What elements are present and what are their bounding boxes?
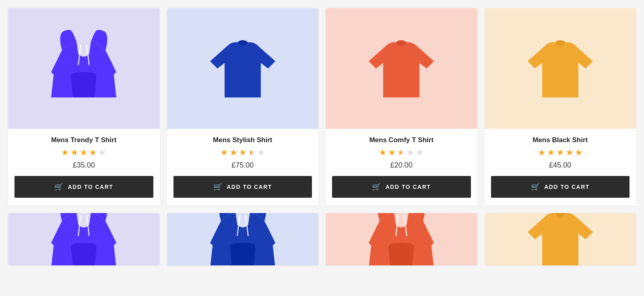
star-empty: ★ — [98, 147, 106, 158]
star-full: ★ — [70, 147, 78, 158]
product-stars-comfy-tshirt: ★★ ★ ★ ★★ — [332, 147, 471, 158]
product-price-comfy-tshirt: £20.00 — [332, 161, 471, 170]
product-image-partial-trendy-tshirt-2 — [8, 213, 160, 265]
product-image-black-shirt — [485, 8, 636, 129]
star-full: ★ — [566, 147, 574, 158]
product-card-row2-comfy-tshirt-2 — [326, 213, 477, 265]
product-info-stylish-shirt: Mens Stylish Shirt ★★★ ★ ★ ★ £75.00 🛒 AD… — [167, 129, 319, 206]
star-empty: ★ — [257, 147, 265, 158]
star-full: ★ — [239, 147, 247, 158]
star-full: ★ — [388, 147, 396, 158]
product-image-partial-stylish-shirt-2 — [167, 213, 319, 265]
product-name-trendy-tshirt: Mens Trendy T Shirt — [14, 136, 153, 144]
add-to-cart-label-black-shirt: ADD TO CART — [544, 184, 590, 190]
star-empty: ★ — [416, 147, 424, 158]
product-image-partial-comfy-tshirt-2 — [326, 213, 477, 265]
product-stars-black-shirt: ★★★★★ — [491, 147, 630, 158]
product-price-black-shirt: £45.00 — [491, 161, 630, 170]
product-grid: Mens Trendy T Shirt ★★★★★ £35.00 🛒 ADD T… — [8, 8, 636, 206]
product-card-stylish-shirt: Mens Stylish Shirt ★★★ ★ ★ ★ £75.00 🛒 AD… — [167, 8, 319, 206]
product-name-black-shirt: Mens Black Shirt — [491, 136, 630, 144]
add-to-cart-button-comfy-tshirt[interactable]: 🛒 ADD TO CART — [332, 176, 471, 198]
product-name-stylish-shirt: Mens Stylish Shirt — [173, 136, 312, 144]
product-image-stylish-shirt — [167, 8, 319, 129]
star-full: ★ — [556, 147, 564, 158]
star-full: ★ — [547, 147, 555, 158]
add-to-cart-label-comfy-tshirt: ADD TO CART — [386, 184, 431, 190]
star-full: ★ — [538, 147, 546, 158]
product-stars-stylish-shirt: ★★★ ★ ★ ★ — [173, 147, 312, 158]
product-card-row2-trendy-tshirt-2 — [8, 213, 160, 265]
star-full: ★ — [575, 147, 583, 158]
star-half: ★ ★ — [397, 147, 405, 158]
star-empty: ★ — [407, 147, 415, 158]
star-full: ★ — [220, 147, 228, 158]
product-stars-trendy-tshirt: ★★★★★ — [14, 147, 153, 158]
add-to-cart-button-black-shirt[interactable]: 🛒 ADD TO CART — [491, 176, 630, 198]
product-name-comfy-tshirt: Mens Comfy T Shirt — [332, 136, 471, 144]
product-image-trendy-tshirt — [8, 8, 160, 129]
star-full: ★ — [89, 147, 97, 158]
add-to-cart-label-stylish-shirt: ADD TO CART — [227, 184, 272, 190]
star-half: ★ ★ — [248, 147, 256, 158]
cart-icon-stylish-shirt: 🛒 — [213, 182, 223, 191]
star-full: ★ — [80, 147, 88, 158]
svg-point-6 — [236, 213, 249, 220]
cart-icon-comfy-tshirt: 🛒 — [372, 182, 382, 191]
star-full: ★ — [61, 147, 69, 158]
product-card-comfy-tshirt: Mens Comfy T Shirt ★★ ★ ★ ★★ £20.00 🛒 AD… — [326, 8, 477, 206]
product-image-comfy-tshirt — [326, 8, 477, 129]
product-info-comfy-tshirt: Mens Comfy T Shirt ★★ ★ ★ ★★ £20.00 🛒 AD… — [326, 129, 477, 206]
cart-icon-black-shirt: 🛒 — [531, 182, 541, 191]
product-info-trendy-tshirt: Mens Trendy T Shirt ★★★★★ £35.00 🛒 ADD T… — [8, 129, 160, 206]
product-price-trendy-tshirt: £35.00 — [14, 161, 153, 170]
product-card-black-shirt: Mens Black Shirt ★★★★★ £45.00 🛒 ADD TO C… — [485, 8, 636, 206]
product-grid-row2 — [8, 213, 636, 265]
star-full: ★ — [379, 147, 387, 158]
product-image-partial-black-shirt-2 — [485, 213, 636, 265]
svg-point-0 — [77, 33, 90, 50]
svg-point-9 — [395, 213, 408, 220]
add-to-cart-button-trendy-tshirt[interactable]: 🛒 ADD TO CART — [14, 176, 153, 198]
cart-icon-trendy-tshirt: 🛒 — [54, 182, 64, 191]
product-card-row2-black-shirt-2 — [485, 213, 636, 265]
product-card-row2-stylish-shirt-2 — [167, 213, 319, 265]
product-card-trendy-tshirt: Mens Trendy T Shirt ★★★★★ £35.00 🛒 ADD T… — [8, 8, 160, 206]
svg-point-3 — [77, 213, 90, 220]
star-full: ★ — [229, 147, 237, 158]
product-info-black-shirt: Mens Black Shirt ★★★★★ £45.00 🛒 ADD TO C… — [485, 129, 636, 206]
product-price-stylish-shirt: £75.00 — [173, 161, 312, 170]
add-to-cart-label-trendy-tshirt: ADD TO CART — [68, 184, 114, 190]
add-to-cart-button-stylish-shirt[interactable]: 🛒 ADD TO CART — [173, 176, 312, 198]
